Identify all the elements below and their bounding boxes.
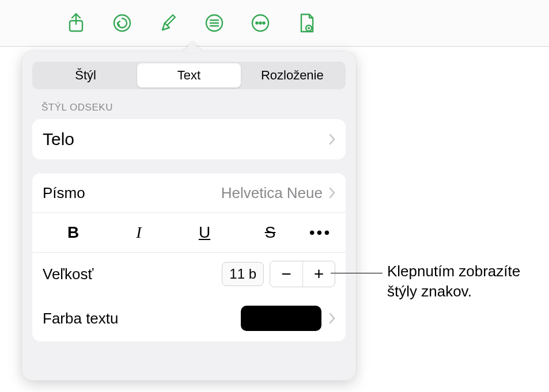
more-styles-button[interactable]: •••: [303, 223, 338, 242]
text-color-label: Farba textu: [43, 310, 119, 328]
font-value: Helvetica Neue: [221, 184, 323, 202]
callout-line: [331, 273, 383, 273]
paragraph-style-row[interactable]: Telo: [32, 119, 346, 159]
share-icon: [67, 13, 85, 33]
insert-button[interactable]: [202, 10, 227, 36]
svg-point-11: [308, 27, 310, 29]
size-input[interactable]: 11 b: [222, 262, 264, 286]
share-button[interactable]: [63, 10, 89, 36]
popover-arrow: [182, 42, 203, 52]
callout-text: Klepnutím zobrazíte štýly znakov.: [387, 261, 520, 302]
tab-layout[interactable]: Rozloženie: [241, 63, 344, 87]
size-decrease-button[interactable]: −: [270, 261, 302, 287]
svg-point-9: [263, 22, 264, 24]
size-row: Veľkosť 11 b − +: [32, 252, 346, 295]
svg-point-1: [114, 15, 130, 31]
font-card: Písmo Helvetica Neue B I U S ••• Veľkosť…: [32, 173, 346, 341]
undo-icon: [112, 13, 132, 33]
strikethrough-button[interactable]: S: [237, 220, 303, 245]
paragraph-style-value: Telo: [43, 130, 74, 149]
size-increase-button[interactable]: +: [302, 261, 335, 287]
svg-point-8: [259, 22, 261, 24]
bold-button[interactable]: B: [40, 220, 106, 245]
document-view-icon: [298, 13, 315, 33]
section-header-paragraph-style: ŠTÝL ODSEKU: [41, 102, 336, 113]
callout-line2: štýly znakov.: [387, 283, 472, 300]
size-label: Veľkosť: [43, 265, 93, 283]
size-stepper: − +: [270, 261, 335, 287]
font-row[interactable]: Písmo Helvetica Neue: [32, 173, 346, 212]
chevron-right-icon: [328, 313, 335, 324]
font-label: Písmo: [43, 184, 85, 202]
tab-style[interactable]: Štýl: [34, 63, 137, 87]
top-toolbar: [0, 0, 549, 47]
text-color-swatch[interactable]: [241, 306, 321, 331]
paragraph-style-card: Telo: [32, 119, 346, 159]
undo-button[interactable]: [109, 10, 135, 36]
format-button[interactable]: [156, 10, 181, 36]
format-tabs: Štýl Text Rozloženie: [32, 62, 346, 89]
more-icon: [251, 13, 270, 33]
italic-button[interactable]: I: [106, 220, 172, 245]
brush-icon: [159, 13, 177, 33]
format-popover: Štýl Text Rozloženie ŠTÝL ODSEKU Telo Pí…: [22, 51, 356, 380]
chevron-right-icon: [328, 187, 335, 199]
chevron-right-icon: [328, 134, 335, 145]
list-icon: [205, 13, 224, 33]
underline-button[interactable]: U: [172, 220, 237, 245]
callout-line1: Klepnutím zobrazíte: [387, 262, 520, 280]
svg-point-7: [256, 22, 258, 24]
document-button[interactable]: [294, 10, 319, 36]
more-button[interactable]: [248, 10, 273, 36]
text-style-row: B I U S •••: [32, 212, 346, 252]
tab-text[interactable]: Text: [137, 63, 240, 87]
text-color-row[interactable]: Farba textu: [32, 295, 346, 341]
